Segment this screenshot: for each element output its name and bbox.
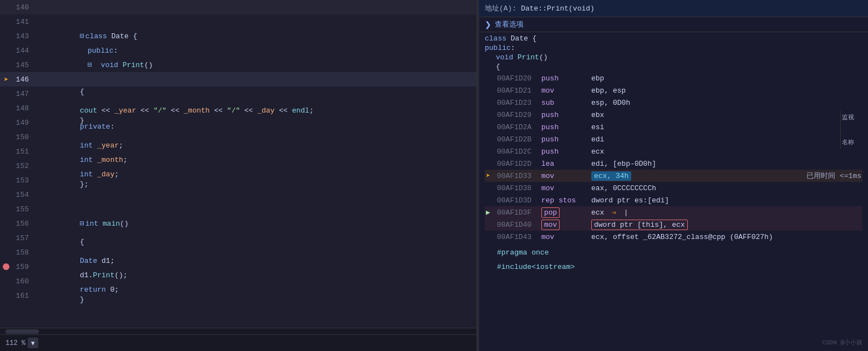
execution-arrow-146: ➤ — [4, 75, 8, 84]
disasm-instr-00AF1D20: 00AF1D20 push ebp — [485, 72, 862, 84]
disasm-mnem-8: lea — [541, 160, 591, 168]
disassembly-pane: 地址(A): Date::Print(void) ❯ 查看选项 class Da… — [479, 0, 868, 351]
breakpoint-159[interactable] — [3, 263, 9, 270]
disasm-instr-00AF1D3F: ▶ 00AF1D3F pop ecx ⇒ | — [485, 206, 862, 218]
disasm-mnem-11: rep stos — [541, 196, 591, 205]
disasm-addr-11: 00AF1D3D — [497, 196, 541, 205]
disasm-op-3: esp, 0D0h — [591, 99, 861, 107]
line-number-148: 148 — [12, 104, 34, 113]
disasm-op-14: ecx, offset _62AB3272_class@cpp (0AFF027… — [591, 233, 861, 241]
disasm-op-10: eax, 0CCCCCCCCh — [591, 184, 861, 192]
line-number-151: 151 — [12, 147, 34, 156]
disasm-addr-7: 00AF1D2C — [497, 147, 541, 156]
disasm-mnem-5: push — [541, 123, 591, 131]
disasm-mnem-12: pop — [541, 208, 591, 217]
name-label: 名称 — [842, 138, 867, 146]
disasm-pragma-line: #pragma once — [485, 246, 862, 258]
disasm-op-13: dword ptr [this], ecx — [591, 221, 861, 229]
disasm-mnem-14: mov — [541, 233, 591, 241]
disasm-instr-00AF1D40: 00AF1D40 mov dword ptr [this], ecx — [485, 218, 862, 231]
disasm-instr-00AF1D43: 00AF1D43 mov ecx, offset _62AB3272_class… — [485, 231, 862, 243]
disasm-addr-9: 00AF1D33 — [497, 172, 541, 180]
options-chevron[interactable]: ❯ — [485, 20, 491, 29]
line-number-150: 150 — [12, 133, 34, 141]
disasm-op-12: ecx ⇒ | — [591, 208, 861, 217]
line-number-145: 145 — [12, 61, 34, 69]
disasm-op-4: ebx — [591, 111, 861, 119]
disasm-addr-12: 00AF1D3F — [497, 208, 541, 217]
line-indicator-159 — [0, 263, 12, 270]
disasm-instr-00AF1D33: ➤ 00AF1D33 mov ecx, 34h 已用时间 <=1ms — [485, 170, 862, 182]
disasm-mnem-2: mov — [541, 87, 591, 95]
disasm-open-brace: { — [485, 63, 862, 71]
disasm-addr-14: 00AF1D43 — [497, 233, 541, 241]
include-text: #include<iostream> — [497, 263, 575, 271]
disasm-addr-10: 00AF1D38 — [497, 184, 541, 192]
disasm-op-9: ecx, 34h — [591, 172, 796, 180]
horizontal-scrollbar[interactable] — [0, 328, 476, 334]
disasm-instr-00AF1D29: 00AF1D29 push ebx — [485, 109, 862, 121]
monitor-label: 监视 — [842, 113, 867, 121]
address-label: 地址(A): — [485, 3, 516, 13]
disasm-include-line: #include<iostream> — [485, 261, 862, 273]
line-number-156: 156 — [12, 220, 34, 228]
zoom-control[interactable]: 112 % ▾ — [6, 338, 38, 348]
disasm-void-print: void Print() — [485, 53, 862, 62]
disasm-mnem-1: push — [541, 74, 591, 83]
line-number-152: 152 — [12, 162, 34, 170]
disasm-arrow-active: ➤ — [486, 171, 497, 180]
pragma-text: #pragma once — [497, 248, 549, 257]
code-line-153: 153 }; — [0, 173, 476, 187]
options-label[interactable]: 查看选项 — [495, 19, 524, 29]
side-labels: 监视 名称 — [840, 111, 868, 149]
line-number-143: 143 — [12, 32, 34, 40]
line-number-158: 158 — [12, 248, 34, 257]
line-number-157: 157 — [12, 234, 34, 242]
line-number-147: 147 — [12, 90, 34, 98]
line-number-146: 146 — [12, 75, 34, 84]
disasm-instr-00AF1D3D: 00AF1D3D rep stos dword ptr es:[edi] — [485, 194, 862, 206]
disasm-instr-00AF1D2C: 00AF1D2C push ecx — [485, 145, 862, 157]
disasm-instr-00AF1D21: 00AF1D21 mov ebp, esp — [485, 84, 862, 96]
zoom-dropdown-btn[interactable]: ▾ — [28, 338, 38, 348]
disasm-op-5: esi — [591, 123, 861, 131]
scrollbar-thumb[interactable] — [6, 329, 39, 334]
disasm-public: public: — [485, 44, 862, 52]
disasm-op-6: edi — [591, 135, 861, 144]
disasm-op-1: ebp — [591, 74, 861, 83]
disasm-content: class Date { public: void Print() { 00AF… — [479, 32, 868, 351]
disasm-addr-3: 00AF1D23 — [497, 99, 541, 107]
code-line-161: 161 } — [0, 288, 476, 303]
disasm-instr-00AF1D2A: 00AF1D2A push esi — [485, 121, 862, 133]
disasm-mnem-6: push — [541, 135, 591, 144]
disasm-addr-4: 00AF1D29 — [497, 111, 541, 119]
line-number-149: 149 — [12, 119, 34, 127]
line-indicator-146: ➤ — [0, 75, 12, 84]
code-lines-container: 140 141 143 ⊟class Date { 144 — [0, 0, 476, 328]
disasm-instr-00AF1D38: 00AF1D38 mov eax, 0CCCCCCCCh — [485, 182, 862, 194]
disasm-addr-8: 00AF1D2D — [497, 160, 541, 168]
code-editor: 140 141 143 ⊟class Date { 144 — [0, 0, 477, 351]
disasm-mnem-4: push — [541, 111, 591, 119]
disasm-addr-5: 00AF1D2A — [497, 123, 541, 131]
zoom-label: 112 % — [6, 339, 26, 347]
line-number-144: 144 — [12, 47, 34, 55]
line-number-160: 160 — [12, 277, 34, 286]
code-line-154: 154 — [0, 187, 476, 202]
disasm-mnem-10: mov — [541, 184, 591, 192]
line-number-159: 159 — [12, 263, 34, 271]
disasm-op-2: ebp, esp — [591, 87, 861, 95]
disasm-mnem-13: mov — [541, 221, 591, 229]
address-value: Date::Print(void) — [521, 4, 595, 13]
disasm-op-8: edi, [ebp-0D0h] — [591, 160, 861, 168]
line-number-154: 154 — [12, 191, 34, 199]
line-number-153: 153 — [12, 176, 34, 185]
line-number-155: 155 — [12, 205, 34, 213]
disasm-code-block: class Date { public: void Print() { 00AF… — [479, 34, 868, 277]
watermark: CSDN @小小孩 — [822, 338, 862, 347]
disasm-addr-1: 00AF1D20 — [497, 74, 541, 83]
status-bar: 112 % ▾ — [0, 334, 476, 351]
disasm-mnem-3: sub — [541, 99, 591, 107]
code-content-161: } — [34, 279, 476, 312]
disasm-class-header: class Date { — [485, 34, 862, 43]
